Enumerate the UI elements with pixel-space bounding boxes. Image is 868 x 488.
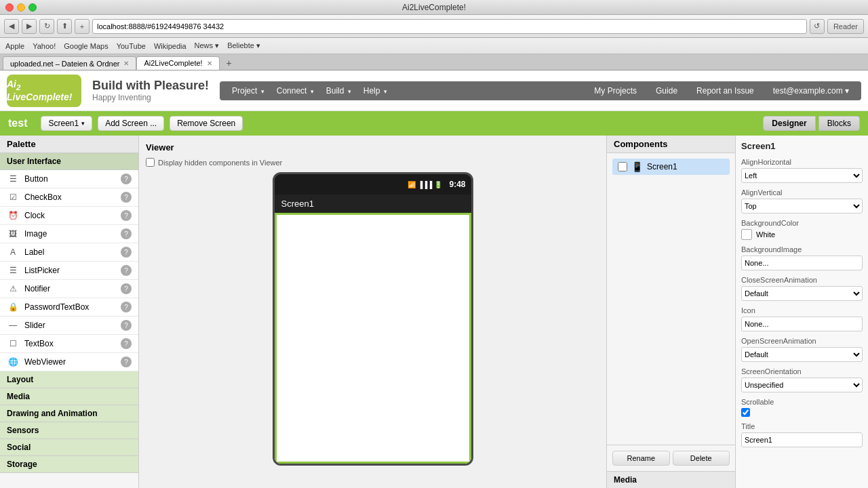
close-button[interactable] [5,3,14,12]
palette-item-passwordtextbox[interactable]: 🔒 PasswordTextBox ? [0,298,138,317]
textbox-info[interactable]: ? [121,338,132,349]
help-dropdown-arrow: ▾ [384,88,387,95]
background-color-box[interactable] [741,229,752,240]
maximize-button[interactable] [28,3,37,12]
palette-item-slider[interactable]: — Slider ? [0,317,138,335]
screen1-checkbox[interactable] [618,162,627,171]
rename-button[interactable]: Rename [612,451,670,466]
component-screen1[interactable]: 📱 Screen1 [612,159,730,175]
palette-item-checkbox[interactable]: ☑ CheckBox ? [0,188,138,207]
icon-input[interactable] [741,317,863,331]
logo-text: Ai2 LiveComplete! [7,79,81,102]
listpicker-label: ListPicker [24,266,115,275]
bookmark-item-beliebte[interactable]: Beliebte ▾ [227,41,260,50]
passwordtextbox-info[interactable]: ? [121,302,132,312]
blocks-button[interactable]: Blocks [818,116,860,131]
align-horizontal-select[interactable]: Left Center Right [741,168,863,183]
nav-help[interactable]: Help ▾ [358,84,393,98]
nav-report-issue[interactable]: Report an Issue [691,84,760,98]
bookmark-button[interactable]: + [75,19,90,34]
palette-item-image[interactable]: 🖼 Image ? [0,225,138,243]
main-content: Palette User Interface ☰ Button ? ☑ Chec… [0,136,868,488]
bookmark-item-googlemaps[interactable]: Google Maps [64,42,108,50]
listpicker-info[interactable]: ? [121,265,132,276]
label-info[interactable]: ? [121,247,132,258]
bookmark-item-news[interactable]: News ▾ [195,41,220,50]
button-label: Button [24,174,115,184]
image-label: Image [24,229,115,239]
label-label: Label [24,247,115,257]
remove-screen-button[interactable]: Remove Screen [170,116,243,131]
nav-myprojects[interactable]: My Projects [589,84,642,98]
screen1-dropdown[interactable]: Screen1 ▾ [41,116,92,131]
nav-build[interactable]: Build ▾ [321,84,357,98]
screen1-comp-label: Screen1 [647,162,677,171]
refresh-button[interactable]: ↻ [39,19,54,34]
scrollable-checkbox[interactable] [741,408,750,417]
image-info[interactable]: ? [121,228,132,239]
url-input[interactable] [92,19,807,34]
nav-guide[interactable]: Guide [650,84,683,98]
scrollable-label: Scrollable [741,398,863,406]
button-info[interactable]: ? [121,174,132,184]
back-button[interactable]: ◀ [4,19,19,34]
title-input[interactable] [741,432,863,447]
palette-item-button[interactable]: ☰ Button ? [0,170,138,188]
prop-open-animation: OpenScreenAnimation Default Fade Zoom No… [741,337,863,362]
bookmark-item-youtube[interactable]: YouTube [117,42,146,50]
palette-section-drawing[interactable]: Drawing and Animation [0,405,138,422]
new-tab-button[interactable]: + [222,56,236,70]
screen-bar: test Screen1 ▾ Add Screen ... Remove Scr… [0,111,868,136]
close-animation-select[interactable]: Default Fade Zoom None [741,286,863,301]
tab-ai2live-close[interactable]: ✕ [207,60,212,67]
palette-section-sensors[interactable]: Sensors [0,422,138,439]
nav-project[interactable]: Project ▾ [226,84,270,98]
prop-align-vertical: AlignVertical Top Center Bottom [741,188,863,214]
palette-item-textbox[interactable]: ☐ TextBox ? [0,335,138,353]
prop-background-color: BackgroundColor White [741,219,863,240]
webviewer-info[interactable]: ? [121,357,132,367]
tab-uploaded-close[interactable]: ✕ [123,60,129,67]
designer-button[interactable]: Designer [763,116,815,131]
palette-item-label[interactable]: A Label ? [0,243,138,262]
main-nav: Project ▾ Connect ▾ Build ▾ Help ▾ My Pr… [220,81,861,100]
hidden-components-checkbox[interactable] [146,158,155,167]
tab-ai2live[interactable]: Ai2LiveComplete! ✕ [136,56,219,70]
button-icon: ☰ [7,173,19,185]
webviewer-label: WebViewer [24,357,115,367]
listpicker-icon: ☰ [7,264,19,277]
palette-item-clock[interactable]: ⏰ Clock ? [0,207,138,225]
nav-account[interactable]: test@example.com ▾ [768,84,854,98]
share-button[interactable]: ⬆ [57,19,72,34]
checkbox-info[interactable]: ? [121,192,132,203]
project-dropdown-arrow: ▾ [261,88,264,95]
bookmark-item-yahoo[interactable]: Yahoo! [33,42,56,50]
clock-info[interactable]: ? [121,210,132,221]
palette-item-notifier[interactable]: ⚠ Notifier ? [0,280,138,298]
palette-section-social[interactable]: Social [0,439,138,456]
palette-title: Palette [0,136,138,153]
slider-info[interactable]: ? [121,320,132,331]
open-animation-select[interactable]: Default Fade Zoom None [741,347,863,362]
bookmark-item-wikipedia[interactable]: Wikipedia [154,42,186,50]
palette-item-listpicker[interactable]: ☰ ListPicker ? [0,262,138,280]
delete-button[interactable]: Delete [673,451,730,466]
minimize-button[interactable] [17,3,25,12]
palette-section-ui[interactable]: User Interface [0,153,138,170]
palette-section-media[interactable]: Media [0,388,138,405]
prop-align-horizontal: AlignHorizontal Left Center Right [741,158,863,183]
palette-item-webviewer[interactable]: 🌐 WebViewer ? [0,353,138,371]
tab-uploaded[interactable]: uploaded.net – Dateien & Ordner ✕ [3,56,136,70]
align-vertical-select[interactable]: Top Center Bottom [741,199,863,214]
reader-button[interactable]: Reader [827,19,864,34]
background-image-input[interactable] [741,256,863,270]
notifier-info[interactable]: ? [121,283,132,294]
screen-orientation-select[interactable]: Unspecified Portrait Landscape Sensor Us… [741,378,863,392]
nav-connect[interactable]: Connect ▾ [271,84,319,98]
palette-section-layout[interactable]: Layout [0,371,138,388]
add-screen-button[interactable]: Add Screen ... [98,116,164,131]
bookmark-item-apple[interactable]: Apple [5,42,24,50]
forward-button[interactable]: ▶ [22,19,37,34]
palette-section-storage[interactable]: Storage [0,456,138,473]
reload-button[interactable]: ↺ [810,19,825,34]
